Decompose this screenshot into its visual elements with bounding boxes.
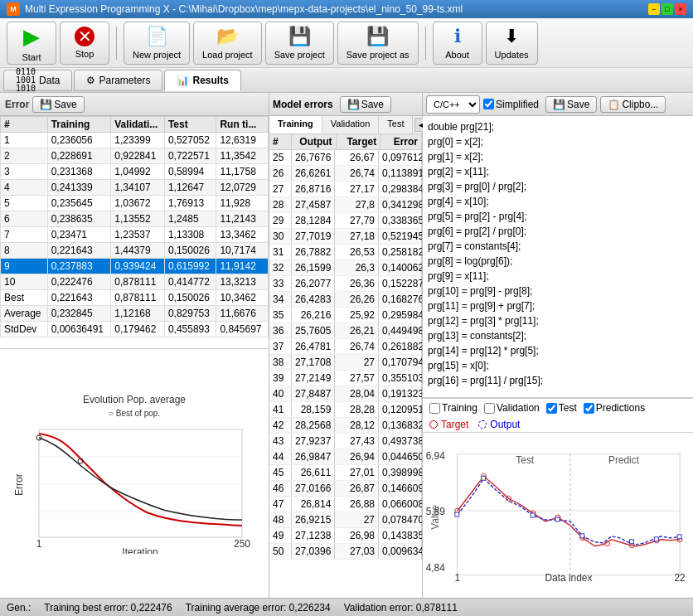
cell-output: 27,9237 — [292, 434, 336, 449]
list-item[interactable]: 33 26,2077 26,36 0,152287 — [269, 276, 422, 292]
cell-error: 0,152287 — [379, 276, 422, 291]
tab-test[interactable]: Test — [379, 116, 413, 133]
middle-panel: Model errors 💾 Save Training Validation … — [269, 93, 423, 598]
cell-test: 0,455893 — [164, 322, 216, 337]
validation-checkbox[interactable] — [484, 403, 495, 414]
close-button[interactable]: × — [675, 3, 686, 15]
tab-data[interactable]: 011010011010 Data — [3, 70, 72, 91]
save-project-button[interactable]: 💾 Save project — [265, 22, 334, 65]
simplified-checkbox[interactable] — [483, 99, 494, 109]
list-item[interactable]: 38 27,1708 27 0,170794 — [269, 355, 422, 371]
model-save-label: Save — [361, 99, 384, 110]
table-row[interactable]: 9 0,237883 0,939424 0,615992 11,9142 — [1, 259, 269, 274]
code-save-button[interactable]: 💾 Save — [545, 96, 597, 113]
tab-training[interactable]: Training — [269, 116, 322, 133]
table-row[interactable]: 6 0,238635 1,13552 1,2485 11,2143 — [1, 211, 269, 227]
list-item[interactable]: 40 27,8487 28,04 0,191323 — [269, 386, 422, 402]
list-item[interactable]: 42 28,2568 28,12 0,136832 — [269, 418, 422, 434]
list-item[interactable]: 30 27,7019 27,18 0,521945 — [269, 229, 422, 245]
list-item[interactable]: 35 26,216 25,92 0,295984 — [269, 308, 422, 323]
list-item[interactable]: 26 26,6261 26,74 0,113891 — [269, 166, 422, 182]
window-controls[interactable]: − □ × — [648, 3, 686, 15]
table-row[interactable]: 5 0,235645 1,03672 1,76913 11,928 — [1, 196, 269, 211]
tab-results[interactable]: 📊 Results — [164, 70, 240, 91]
list-item[interactable]: 36 25,7605 26,21 0,449498 — [269, 323, 422, 339]
list-item[interactable]: 46 27,0166 26,87 0,146609 — [269, 481, 422, 497]
cell-target: 26,53 — [335, 245, 379, 259]
tab-validation[interactable]: Validation — [322, 116, 380, 133]
table-row[interactable]: 2 0,228691 0,922841 0,722571 11,3542 — [1, 148, 269, 164]
cell-target: 27,03 — [335, 544, 379, 559]
stop-button[interactable]: ✕ Stop — [60, 22, 109, 65]
list-item[interactable]: 29 28,1284 27,79 0,338365 — [269, 213, 422, 229]
table-row[interactable]: 3 0,231368 1,04992 0,58994 11,1758 — [1, 164, 269, 180]
test-checkbox[interactable] — [546, 403, 557, 414]
table-row[interactable]: 10 0,222476 0,878111 0,414772 13,3213 — [1, 274, 269, 290]
table-row[interactable]: 4 0,241339 1,34107 1,12647 12,0729 — [1, 180, 269, 196]
simplified-checkbox-label[interactable]: Simplified — [483, 99, 539, 110]
cell-num: 37 — [269, 339, 292, 354]
tab-parameters[interactable]: ⚙ Parameters — [74, 70, 162, 91]
cell-error: 0,398998 — [379, 465, 422, 480]
table-row[interactable]: 1 0,236056 1,23399 0,527052 12,6319 — [1, 133, 269, 148]
svg-text:26,94: 26,94 — [426, 450, 445, 462]
updates-button[interactable]: ⬇ Updates — [486, 22, 538, 65]
cell-error: 0,143835 — [379, 528, 422, 543]
list-item[interactable]: 31 26,7882 26,53 0,258182 — [269, 245, 422, 260]
new-project-button[interactable]: 📄 New project — [124, 22, 190, 65]
list-item[interactable]: 39 27,2149 27,57 0,355103 — [269, 371, 422, 386]
list-item[interactable]: 43 27,9237 27,43 0,493738 — [269, 434, 422, 449]
table-row[interactable]: Average 0,232845 1,12168 0,829753 11,667… — [1, 306, 269, 322]
about-icon: ℹ — [454, 26, 461, 47]
model-table-header: # Output Target Error — [269, 134, 422, 150]
maximize-button[interactable]: □ — [662, 3, 673, 15]
list-item[interactable]: 50 27,0396 27,03 0,009634 — [269, 544, 422, 560]
about-button[interactable]: ℹ About — [433, 22, 482, 65]
col-validation: Validati... — [111, 117, 165, 133]
list-item[interactable]: 28 27,4587 27,8 0,341298 — [269, 197, 422, 213]
cell-num: 29 — [269, 213, 292, 228]
language-select[interactable]: C/C++ Python — [426, 95, 480, 114]
cell-num: 41 — [269, 402, 292, 417]
list-item[interactable]: 48 26,9215 27 0,078470 — [269, 512, 422, 528]
right-panel: C/C++ Python Simplified 💾 Save 📋 Clipbo.… — [423, 93, 693, 598]
left-save-button[interactable]: 💾 Save — [32, 96, 84, 113]
cell-output: 26,814 — [292, 497, 336, 512]
model-save-button[interactable]: 💾 Save — [340, 96, 391, 113]
error-table-wrapper[interactable]: # Training Validati... Test Run ti... 1 … — [0, 116, 269, 348]
save-project-as-button[interactable]: 💾 Save project as — [337, 22, 419, 65]
table-row[interactable]: StdDev 0,00636491 0,179462 0,455893 0,84… — [1, 322, 269, 337]
table-row[interactable]: 7 0,23471 1,23537 1,13308 13,3462 — [1, 227, 269, 243]
results-icon: 📊 — [177, 75, 189, 86]
test-checkbox-label[interactable]: Test — [546, 402, 577, 414]
minimize-button[interactable]: − — [648, 3, 660, 15]
cell-valid: 1,34107 — [111, 180, 165, 196]
cell-train: 0,221643 — [47, 290, 111, 306]
list-item[interactable]: 32 26,1599 26,3 0,140062 — [269, 260, 422, 276]
list-item[interactable]: 44 26,9847 26,94 0,044650 — [269, 449, 422, 465]
table-row[interactable]: 8 0,221643 1,44379 0,150026 10,7174 — [1, 243, 269, 259]
list-item[interactable]: 47 26,814 26,88 0,066008 — [269, 497, 422, 512]
load-project-button[interactable]: 📂 Load project — [193, 22, 262, 65]
list-item[interactable]: 25 26,7676 26,67 0,097612 — [269, 150, 422, 166]
table-row[interactable]: Best 0,221643 0,878111 0,150026 10,3462 — [1, 290, 269, 306]
cell-output: 26,4283 — [292, 292, 336, 307]
cell-train: 0,231368 — [47, 164, 111, 180]
list-item[interactable]: 45 26,611 27,01 0,398998 — [269, 465, 422, 481]
chart-title: Evolution Pop. average — [83, 394, 186, 405]
start-label: Start — [22, 52, 41, 62]
list-item[interactable]: 37 26,4781 26,74 0,261882 — [269, 339, 422, 355]
clipboard-button[interactable]: 📋 Clipbo... — [600, 96, 666, 113]
predictions-checkbox[interactable] — [584, 403, 594, 414]
training-checkbox[interactable] — [429, 403, 440, 414]
list-item[interactable]: 34 26,4283 26,26 0,168276 — [269, 292, 422, 308]
training-checkbox-label[interactable]: Training — [429, 402, 477, 414]
predictions-checkbox-label[interactable]: Predictions — [584, 402, 645, 414]
model-table-scroll[interactable]: 25 26,7676 26,67 0,097612 26 26,6261 26,… — [269, 150, 422, 598]
code-area[interactable]: double prg[21];prg[0] = x[2];prg[1] = x[… — [423, 116, 693, 398]
list-item[interactable]: 49 27,1238 26,98 0,143835 — [269, 528, 422, 544]
list-item[interactable]: 41 28,159 28,28 0,120951 — [269, 402, 422, 418]
start-button[interactable]: ▶ Start — [7, 22, 56, 65]
validation-checkbox-label[interactable]: Validation — [484, 402, 540, 414]
list-item[interactable]: 27 26,8716 27,17 0,298384 — [269, 182, 422, 197]
